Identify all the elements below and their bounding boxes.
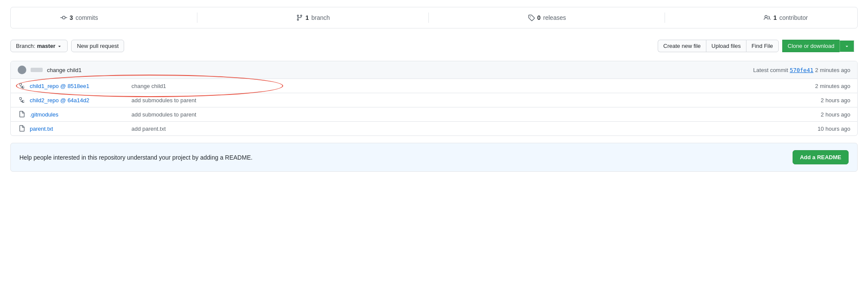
new-pull-request-button[interactable]: New pull request: [71, 40, 124, 52]
commits-stat[interactable]: 3 commits: [60, 14, 98, 21]
file-time: 2 hours ago: [821, 111, 850, 118]
commits-icon: [60, 14, 67, 21]
releases-count: 0: [537, 14, 541, 21]
avatar: [18, 66, 26, 74]
create-new-file-button[interactable]: Create new file: [658, 40, 706, 52]
find-file-button[interactable]: Find File: [746, 40, 779, 52]
table-row: child2_repo @ 64a14d2 add submodules to …: [11, 93, 857, 107]
branch-name: master: [37, 43, 56, 49]
chevron-down-icon: [57, 44, 62, 49]
file-name-link[interactable]: child2_repo @ 64a14d2: [30, 97, 125, 104]
table-row: child1_repo @ 8518ee1 change child1 2 mi…: [11, 79, 857, 93]
readme-banner: Help people interested in this repositor…: [10, 143, 858, 172]
clone-dropdown-button[interactable]: [840, 41, 854, 52]
clone-or-download-button[interactable]: Clone or download: [782, 40, 840, 52]
releases-label: releases: [543, 14, 566, 21]
latest-commit-time: 2 minutes ago: [815, 67, 850, 73]
branch-selector[interactable]: Branch: master: [10, 40, 68, 52]
add-readme-button[interactable]: Add a README: [793, 150, 849, 164]
file-table-header: change child1 Latest commit 570fe41 2 mi…: [11, 61, 857, 79]
action-bar-right: Create new file Upload files Find File C…: [658, 40, 858, 52]
stats-bar: 3 commits 1 branch 0 releases 1 contribu…: [10, 7, 858, 28]
latest-commit-label: Latest commit: [753, 67, 788, 73]
file-time: 2 hours ago: [821, 97, 850, 104]
file-commit-message: add submodules to parent: [125, 97, 821, 104]
branch-icon: [296, 14, 303, 21]
file-icon: [18, 125, 26, 132]
file-icon: [18, 111, 26, 118]
stat-separator-1: [197, 13, 197, 23]
file-commit-message: add parent.txt: [125, 126, 818, 132]
file-table: change child1 Latest commit 570fe41 2 mi…: [10, 61, 858, 136]
table-row: parent.txt add parent.txt 10 hours ago: [11, 122, 857, 135]
contributors-icon: [764, 14, 771, 21]
branch-label: Branch:: [16, 43, 35, 49]
readme-banner-text: Help people interested in this repositor…: [19, 154, 253, 161]
action-bar: Branch: master New pull request Create n…: [10, 35, 858, 57]
file-time: 10 hours ago: [818, 126, 850, 132]
file-name-link[interactable]: .gitmodules: [30, 111, 125, 118]
branches-stat[interactable]: 1 branch: [296, 14, 330, 21]
branches-label: branch: [311, 14, 330, 21]
commits-count: 3: [70, 14, 73, 21]
contributors-stat[interactable]: 1 contributor: [764, 14, 808, 21]
submodule-icon: [18, 82, 26, 89]
file-name-link[interactable]: child1_repo @ 8518ee1: [30, 83, 125, 89]
upload-files-button[interactable]: Upload files: [706, 40, 746, 52]
file-commit-message: add submodules to parent: [125, 111, 821, 118]
chevron-down-icon: [844, 44, 849, 49]
action-bar-left: Branch: master New pull request: [10, 40, 124, 52]
tag-icon: [528, 14, 535, 21]
stat-separator-3: [665, 13, 665, 23]
contributors-label: contributor: [779, 14, 808, 21]
author-name-placeholder: [31, 68, 43, 72]
file-commit-message: change child1: [125, 83, 815, 89]
contributors-count: 1: [773, 14, 777, 21]
file-time: 2 minutes ago: [815, 83, 850, 89]
submodule-icon: [18, 97, 26, 104]
table-row: .gitmodules add submodules to parent 2 h…: [11, 107, 857, 122]
releases-stat[interactable]: 0 releases: [528, 14, 566, 21]
commits-label: commits: [75, 14, 98, 21]
commit-hash-link[interactable]: 570fe41: [790, 67, 814, 73]
file-name-link[interactable]: parent.txt: [30, 126, 125, 132]
branches-count: 1: [306, 14, 309, 21]
commit-meta: Latest commit 570fe41 2 minutes ago: [753, 67, 850, 73]
stat-separator-2: [428, 13, 429, 23]
latest-commit-message: change child1: [47, 67, 81, 73]
